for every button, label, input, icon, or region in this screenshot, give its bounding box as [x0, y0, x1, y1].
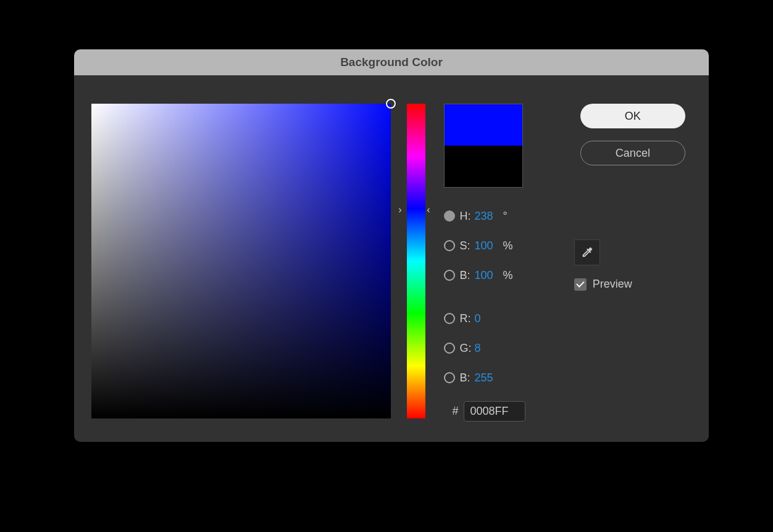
- radio-saturation[interactable]: [444, 240, 455, 251]
- saturation-brightness-area[interactable]: [91, 104, 391, 418]
- radio-hue[interactable]: [444, 210, 455, 222]
- field-row-green: G: 8: [444, 337, 549, 359]
- eyedropper-button[interactable]: [574, 239, 600, 265]
- radio-green[interactable]: [444, 343, 455, 354]
- label-hue: H:: [460, 210, 475, 223]
- hue-column: › ‹: [399, 104, 431, 418]
- preview-label: Preview: [593, 278, 632, 291]
- preview-row: Preview: [574, 278, 632, 291]
- radio-brightness[interactable]: [444, 270, 455, 281]
- label-green: G:: [460, 342, 475, 355]
- ok-button[interactable]: OK: [580, 104, 685, 128]
- label-red: R:: [460, 312, 475, 325]
- preview-checkbox[interactable]: [574, 278, 587, 291]
- dialog-content: › ‹ H: 238 ° S: 100: [74, 75, 709, 442]
- label-saturation: S:: [460, 239, 475, 252]
- swatch-new-color[interactable]: [445, 104, 522, 146]
- hex-symbol: #: [444, 405, 459, 418]
- hue-indicator-left: ›: [398, 206, 404, 214]
- eyedropper-icon: [580, 246, 594, 259]
- values-column: H: 238 ° S: 100 % B: 100 %: [444, 104, 549, 425]
- field-row-blue: B: 255: [444, 367, 549, 389]
- hex-input[interactable]: [464, 401, 525, 422]
- color-picker-dialog: Background Color › ‹ H:: [74, 49, 709, 442]
- check-icon: [576, 279, 584, 287]
- field-row-brightness: B: 100 %: [444, 264, 549, 286]
- value-blue[interactable]: 255: [475, 372, 502, 384]
- ok-button-label: OK: [625, 110, 641, 123]
- label-blue: B:: [460, 372, 475, 384]
- cancel-button[interactable]: Cancel: [580, 141, 685, 165]
- radio-red[interactable]: [444, 313, 455, 324]
- field-row-saturation: S: 100 %: [444, 235, 549, 257]
- color-swatch: [444, 104, 523, 188]
- sb-black-gradient: [91, 104, 391, 418]
- actions-column: OK Cancel Preview: [574, 104, 692, 425]
- value-saturation[interactable]: 100: [475, 239, 502, 252]
- cancel-button-label: Cancel: [616, 147, 650, 160]
- label-brightness: B:: [460, 269, 475, 282]
- value-red[interactable]: 0: [475, 312, 502, 325]
- hue-strip[interactable]: [407, 104, 425, 418]
- unit-brightness: %: [503, 269, 513, 282]
- dialog-title: Background Color: [340, 56, 443, 69]
- color-fields: H: 238 ° S: 100 % B: 100 %: [444, 205, 549, 422]
- unit-saturation: %: [503, 239, 513, 252]
- radio-blue[interactable]: [444, 372, 455, 383]
- swatch-previous-color[interactable]: [445, 146, 522, 187]
- dialog-titlebar: Background Color: [74, 49, 709, 75]
- unit-hue: °: [503, 210, 508, 223]
- field-row-hue: H: 238 °: [444, 205, 549, 227]
- field-row-red: R: 0: [444, 307, 549, 330]
- value-hue[interactable]: 238: [475, 210, 502, 223]
- hue-indicator-right: ‹: [427, 206, 433, 214]
- sb-thumb[interactable]: [386, 99, 396, 109]
- value-brightness[interactable]: 100: [475, 269, 502, 282]
- value-green[interactable]: 8: [475, 342, 502, 355]
- hex-row: #: [444, 401, 549, 422]
